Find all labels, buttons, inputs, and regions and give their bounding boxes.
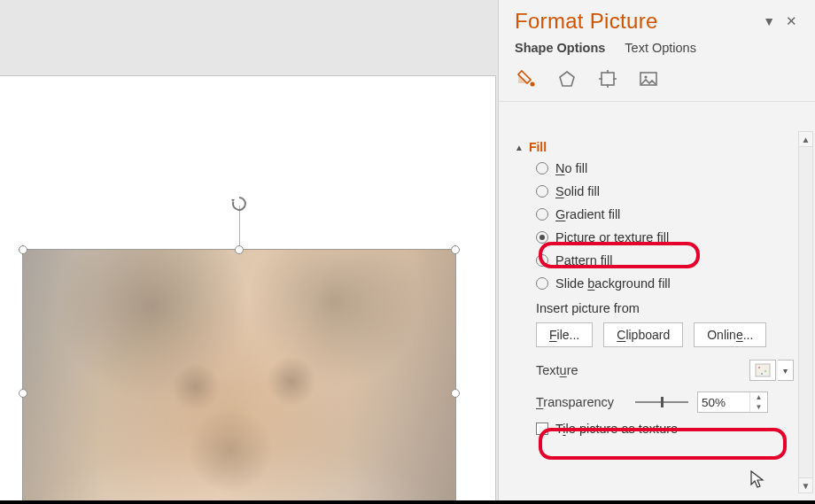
radio-icon	[536, 254, 548, 267]
resize-handle-tr[interactable]	[451, 245, 460, 254]
size-properties-icon[interactable]	[596, 67, 619, 90]
fill-section-header[interactable]: ▲ Fill	[515, 140, 794, 154]
slide-canvas	[0, 75, 496, 504]
insert-picture-from-label: Insert picture from	[536, 301, 794, 315]
insert-picture-buttons: File... Clipboard Online...	[536, 322, 794, 347]
radio-label: Pattern fill	[555, 253, 613, 268]
svg-point-7	[765, 370, 766, 372]
texture-row: Texture ▾	[536, 360, 794, 381]
tile-checkbox[interactable]	[536, 423, 548, 435]
svg-marker-1	[560, 72, 574, 86]
radio-label: Solid fill	[555, 184, 600, 198]
radio-no-fill[interactable]: No fill	[536, 161, 794, 175]
online-button[interactable]: Online...	[694, 322, 766, 347]
radio-icon	[536, 231, 548, 244]
radio-slide-background-fill[interactable]: Slide background fill	[536, 276, 794, 291]
transparency-slider[interactable]	[635, 396, 688, 408]
radio-pattern-fill[interactable]: Pattern fill	[536, 253, 794, 268]
pane-close-button[interactable]: ✕	[780, 10, 803, 33]
radio-icon	[536, 162, 548, 174]
texture-label: Texture	[536, 363, 749, 377]
transparency-spinner[interactable]: ▲▼	[697, 392, 768, 413]
resize-handle-mr[interactable]	[451, 389, 460, 398]
radio-label: Picture or texture fill	[555, 230, 669, 244]
picture-icon[interactable]	[637, 67, 660, 90]
spinner-buttons[interactable]: ▲▼	[749, 392, 767, 412]
format-picture-pane: Format Picture ▼ ✕ Shape Options Text Op…	[498, 0, 815, 504]
texture-dropdown-button[interactable]: ▾	[778, 360, 794, 381]
transparency-input[interactable]	[698, 392, 749, 412]
svg-point-4	[644, 75, 647, 78]
pane-header: Format Picture ▼ ✕	[499, 0, 815, 39]
pane-body: ▲ Fill No fill Solid fill Gradient fill …	[499, 131, 797, 497]
category-icon-row	[499, 64, 815, 102]
tile-picture-row[interactable]: Tile picture as texture	[536, 422, 794, 436]
rotation-handle[interactable]	[230, 195, 248, 215]
effects-icon[interactable]	[555, 67, 578, 90]
pane-scrollbar[interactable]: ▲ ▼	[798, 131, 813, 493]
pane-tabs: Shape Options Text Options	[499, 39, 815, 64]
svg-rect-5	[756, 364, 770, 376]
collapse-triangle-icon: ▲	[515, 143, 524, 152]
tile-label: Tile picture as texture	[555, 422, 678, 436]
svg-rect-2	[602, 73, 614, 85]
resize-handle-tm[interactable]	[235, 245, 244, 254]
file-button[interactable]: File...	[536, 322, 593, 347]
fill-section-label: Fill	[529, 140, 547, 154]
texture-picker-button[interactable]	[749, 360, 776, 381]
pane-options-dropdown[interactable]: ▼	[757, 11, 780, 32]
transparency-row: Transparency ▲▼	[536, 392, 794, 413]
fill-and-line-icon[interactable]	[515, 67, 538, 90]
radio-gradient-fill[interactable]: Gradient fill	[536, 207, 794, 221]
tab-shape-options[interactable]: Shape Options	[515, 41, 605, 55]
svg-point-8	[761, 373, 763, 375]
fill-options-list: No fill Solid fill Gradient fill Picture…	[515, 161, 794, 291]
radio-picture-texture-fill[interactable]: Picture or texture fill	[536, 230, 794, 244]
resize-handle-ml[interactable]	[19, 389, 27, 398]
clipboard-button[interactable]: Clipboard	[603, 322, 683, 347]
radio-icon	[536, 185, 548, 198]
transparency-label: Transparency	[536, 395, 626, 409]
radio-icon	[536, 208, 548, 221]
svg-point-6	[758, 367, 760, 368]
radio-label: No fill	[555, 161, 587, 175]
pane-title: Format Picture	[515, 9, 757, 34]
scroll-down-button[interactable]: ▼	[799, 477, 812, 492]
scroll-up-button[interactable]: ▲	[799, 132, 812, 147]
radio-label: Gradient fill	[555, 207, 620, 221]
radio-label: Slide background fill	[555, 276, 671, 291]
radio-solid-fill[interactable]: Solid fill	[536, 184, 794, 198]
resize-handle-tl[interactable]	[19, 245, 27, 254]
tab-text-options[interactable]: Text Options	[625, 41, 696, 55]
selected-picture-shape[interactable]	[22, 249, 456, 504]
svg-point-0	[531, 82, 535, 87]
radio-icon	[536, 277, 548, 290]
